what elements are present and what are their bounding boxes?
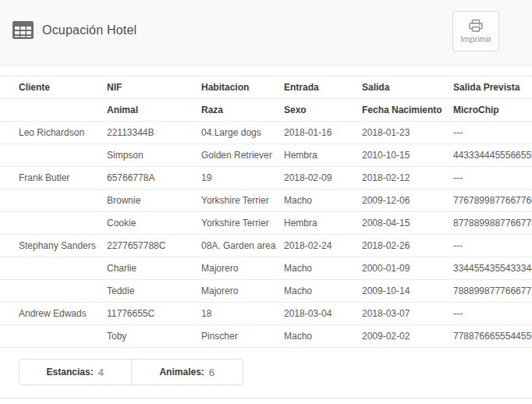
table-cell: --- <box>453 167 532 190</box>
table-cell: --- <box>453 122 532 144</box>
table-cell: 2277657788C <box>107 235 201 257</box>
animal-name-link[interactable]: Charlie <box>107 257 201 280</box>
table-cell <box>0 144 107 167</box>
table-cell: Macho <box>284 325 362 348</box>
table-cell: --- <box>453 235 532 257</box>
table-cell: 2018-02-12 <box>362 167 453 190</box>
stays-value: 4 <box>98 367 104 378</box>
table-cell: 2018-02-26 <box>362 235 453 257</box>
table-cell: Yorkshire Terrier <box>201 212 284 235</box>
table-cell: 19 <box>201 167 284 190</box>
page-title: Ocupación Hotel <box>42 23 137 37</box>
topbar: Ocupación Hotel Imprimir <box>0 0 532 66</box>
table-cell: Macho <box>284 190 362 212</box>
table-cell: 08A. Garden area <box>201 235 284 257</box>
client-name-link[interactable]: Stephany Sanders <box>0 235 107 257</box>
print-button[interactable]: Imprimir <box>452 11 499 51</box>
table-cell: --- <box>453 303 532 325</box>
column-header-row: ClienteNIFHabitacionEntradaSalidaSalida … <box>0 76 532 99</box>
column-subheader: Fecha Nacimiento <box>362 99 453 122</box>
column-header: NIF <box>107 76 201 99</box>
table-cell: 788899877766677 <box>453 280 532 303</box>
table-cell: 2009-12-06 <box>362 190 453 212</box>
column-subheader-row: AnimalRazaSexoFecha NacimientoMicroChip <box>0 99 532 122</box>
column-subheader: MicroChip <box>453 99 532 122</box>
table-cell: 2000-01-09 <box>362 257 453 280</box>
table-row: TeddieMajoreroMacho2009-10-1478889987776… <box>0 280 532 303</box>
table-cell: 22113344B <box>107 122 201 144</box>
client-name-link[interactable]: Leo Richardson <box>0 122 107 144</box>
table-cell: Pinscher <box>201 325 284 348</box>
column-subheader: Animal <box>107 99 201 122</box>
table-row: TobyPinscherMacho2009-02-027788766655544… <box>0 325 532 348</box>
table-cell: Yorkshire Terrier <box>201 190 284 212</box>
table-cell: 2018-01-16 <box>284 122 362 144</box>
occupancy-table: ClienteNIFHabitacionEntradaSalidaSalida … <box>0 76 532 348</box>
animals-value: 6 <box>209 367 215 378</box>
table-row: Leo Richardson22113344B04.Large dogs2018… <box>0 122 532 144</box>
animal-name-link[interactable]: Simpson <box>107 144 201 167</box>
table-icon <box>12 21 34 39</box>
animal-name-link[interactable]: Teddie <box>107 280 201 303</box>
table-cell: Majorero <box>201 280 284 303</box>
animal-name-link[interactable]: Toby <box>107 325 201 348</box>
table-cell: 04.Large dogs <box>201 122 284 144</box>
table-cell: 2009-02-02 <box>362 325 453 348</box>
hotel-occupancy-page: Ocupación Hotel Imprimir ClienteNIFHabit… <box>0 0 532 404</box>
table-body: Leo Richardson22113344B04.Large dogs2018… <box>0 122 532 348</box>
column-header: Salida <box>362 76 453 99</box>
stays-summary: Estancias: 4 <box>20 360 131 385</box>
table-head: ClienteNIFHabitacionEntradaSalidaSalida … <box>0 76 532 122</box>
bottom-divider <box>0 398 532 399</box>
table-cell: Majorero <box>201 257 284 280</box>
table-row: Andrew Edwads11776655C182018-03-042018-0… <box>0 303 532 325</box>
table-cell: 2018-02-24 <box>284 235 362 257</box>
printer-icon <box>469 19 483 32</box>
table-cell: Hembra <box>284 212 362 235</box>
column-subheader <box>0 99 107 122</box>
stays-label: Estancias: <box>47 367 94 377</box>
brand: Ocupación Hotel <box>12 21 137 39</box>
table-row: Frank Butler65766778A192018-02-092018-02… <box>0 167 532 190</box>
table-cell: 2018-02-09 <box>284 167 362 190</box>
animals-label: Animales: <box>159 367 204 377</box>
column-header: Habitacion <box>201 76 284 99</box>
table-cell: 87788998877667788 <box>453 212 532 235</box>
column-subheader: Sexo <box>284 99 362 122</box>
table-row: CharlieMajoreroMacho2000-01-093344554355… <box>0 257 532 280</box>
table-cell <box>0 190 107 212</box>
table-cell: 2018-01-23 <box>362 122 453 144</box>
table-cell <box>0 325 107 348</box>
column-header: Entrada <box>284 76 362 99</box>
animal-name-link[interactable]: Cookie <box>107 212 201 235</box>
column-subheader: Raza <box>201 99 284 122</box>
print-button-label: Imprimir <box>460 34 491 44</box>
table-cell: 2018-03-07 <box>362 303 453 325</box>
table-cell: 65766778A <box>107 167 201 190</box>
column-header: Cliente <box>0 76 107 99</box>
table-row: CookieYorkshire TerrierHembra2008-04-158… <box>0 212 532 235</box>
table-row: SimpsonGolden RetrieverHembra2010-10-154… <box>0 144 532 167</box>
summary-bar: Estancias: 4 Animales: 6 <box>19 359 243 385</box>
table-cell: 4433344455566555 <box>453 144 532 167</box>
table-cell: 2008-04-15 <box>362 212 453 235</box>
client-name-link[interactable]: Frank Butler <box>0 167 107 190</box>
table-cell: 18 <box>201 303 284 325</box>
table-cell: Hembra <box>284 144 362 167</box>
table-cell: 3344554355433344 <box>453 257 532 280</box>
table-cell: 2010-10-15 <box>362 144 453 167</box>
table-cell: Macho <box>284 257 362 280</box>
table-cell: Golden Retriever <box>201 144 284 167</box>
animal-name-link[interactable]: Brownie <box>107 190 201 212</box>
column-header: Salida Prevista <box>453 76 532 99</box>
table-cell: 77887666555445566 <box>453 325 532 348</box>
animals-summary: Animales: 6 <box>131 360 243 385</box>
table-row: BrownieYorkshire TerrierMacho2009-12-067… <box>0 190 532 212</box>
client-name-link[interactable]: Andrew Edwads <box>0 303 107 325</box>
table-cell: 11776655C <box>107 303 201 325</box>
table-row: Stephany Sanders2277657788C08A. Garden a… <box>0 235 532 257</box>
table-cell <box>0 212 107 235</box>
table-cell <box>0 257 107 280</box>
table-cell: Macho <box>284 280 362 303</box>
table-cell: 77678998776677667 <box>453 190 532 212</box>
